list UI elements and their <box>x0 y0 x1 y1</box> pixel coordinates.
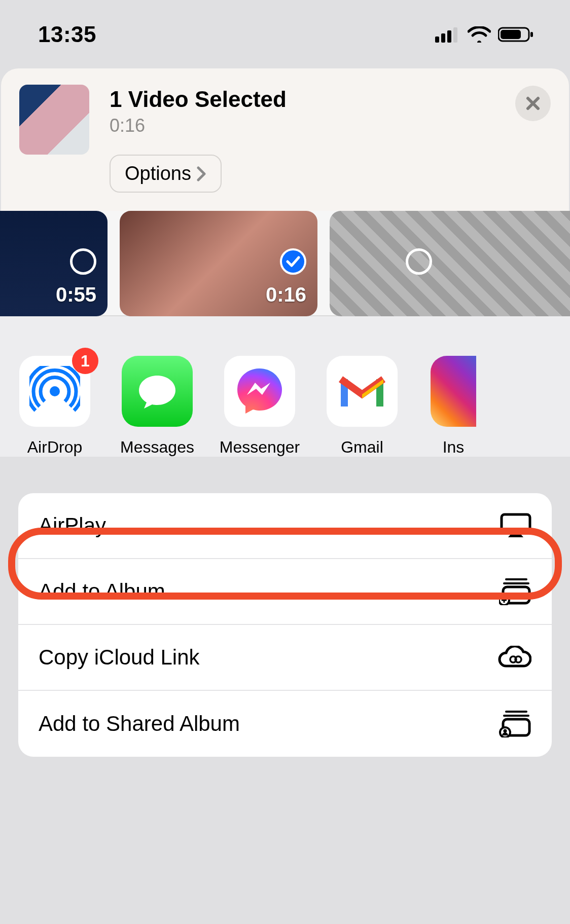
selection-check-icon[interactable] <box>280 248 306 275</box>
chevron-right-icon <box>196 166 206 181</box>
app-label: Messages <box>120 438 194 457</box>
svg-point-7 <box>50 386 60 396</box>
app-label: Gmail <box>341 438 383 457</box>
sheet-duration: 0:16 <box>110 115 495 136</box>
messenger-icon <box>224 356 295 427</box>
action-add-to-album[interactable]: Add to Album <box>18 559 552 625</box>
selection-circle-icon[interactable] <box>406 248 432 275</box>
sheet-title: 1 Video Selected <box>110 87 495 112</box>
status-bar: 13:35 <box>0 0 570 68</box>
thumbnail-item[interactable]: 0:55 <box>0 211 108 316</box>
action-label: Copy iCloud Link <box>39 645 200 670</box>
share-app-airdrop[interactable]: 1 AirDrop <box>18 356 91 457</box>
share-actions-list: AirPlay Add to Album Copy iCloud Link Ad… <box>18 493 552 757</box>
action-label: Add to Album <box>39 579 165 604</box>
svg-rect-3 <box>453 27 457 43</box>
shared-album-icon <box>499 710 531 737</box>
selection-circle-icon[interactable] <box>70 248 96 275</box>
close-icon <box>525 95 541 112</box>
svg-rect-5 <box>501 30 521 39</box>
share-app-gmail[interactable]: Gmail <box>326 356 399 457</box>
thumbnail-item[interactable] <box>330 211 570 316</box>
thumbnail-strip[interactable]: 0:55 0:16 <box>0 211 570 316</box>
action-airplay[interactable]: AirPlay <box>18 493 552 559</box>
wifi-icon <box>468 26 491 43</box>
status-icons <box>435 26 535 43</box>
share-sheet-header: 1 Video Selected 0:16 Options <box>1 68 569 211</box>
share-app-messages[interactable]: Messages <box>121 356 194 457</box>
messages-icon <box>122 356 193 427</box>
icloud-link-icon <box>498 646 531 669</box>
thumbnail-duration: 0:55 <box>56 283 96 306</box>
battery-icon <box>498 26 535 43</box>
instagram-icon <box>431 356 476 427</box>
options-button[interactable]: Options <box>110 155 222 193</box>
thumbnail-item[interactable]: 0:16 <box>120 211 317 316</box>
action-label: Add to Shared Album <box>39 712 240 736</box>
action-copy-icloud-link[interactable]: Copy iCloud Link <box>18 625 552 691</box>
add-to-album-icon <box>499 578 531 605</box>
status-time: 13:35 <box>38 22 96 47</box>
svg-point-23 <box>504 729 507 733</box>
airdrop-badge: 1 <box>72 348 98 374</box>
svg-rect-6 <box>530 32 533 37</box>
selected-thumbnail[interactable] <box>19 85 89 155</box>
options-label: Options <box>125 163 191 184</box>
share-app-instagram[interactable]: Ins <box>428 356 479 457</box>
app-label: Messenger <box>220 438 300 457</box>
action-add-to-shared-album[interactable]: Add to Shared Album <box>18 691 552 757</box>
share-apps-row[interactable]: 1 AirDrop Messages Messenger <box>0 316 570 457</box>
share-app-messenger[interactable]: Messenger <box>223 356 296 457</box>
svg-rect-2 <box>447 30 451 43</box>
airdrop-icon: 1 <box>19 356 90 427</box>
app-label: Ins <box>443 438 465 457</box>
svg-rect-0 <box>435 36 439 43</box>
close-button[interactable] <box>515 86 551 121</box>
airplay-icon <box>500 513 531 538</box>
action-label: AirPlay <box>39 513 106 538</box>
thumbnail-duration: 0:16 <box>266 283 306 306</box>
svg-rect-1 <box>441 33 445 43</box>
cellular-icon <box>435 26 460 43</box>
app-label: AirDrop <box>27 438 82 457</box>
gmail-icon <box>327 356 398 427</box>
